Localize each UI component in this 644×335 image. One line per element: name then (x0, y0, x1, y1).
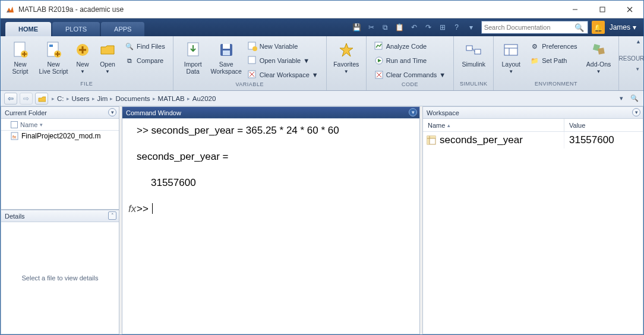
svg-rect-45 (427, 136, 430, 144)
ribbon-group-favorites: Favorites ▼ (327, 36, 367, 90)
fx-icon[interactable]: fx (128, 203, 136, 215)
svg-rect-19 (223, 50, 230, 55)
workspace-col-value[interactable]: Value (564, 119, 643, 131)
close-button[interactable] (616, 1, 643, 18)
chevron-down-icon[interactable]: ▼ (635, 67, 640, 72)
window-title: MATLAB R2019a - academic use (18, 5, 561, 14)
folder-column-header[interactable]: Name ▾ (1, 119, 119, 131)
new-variable-button[interactable]: New Variable (244, 40, 323, 53)
group-label-environment: ENVIRONMENT (494, 81, 618, 90)
command-window-panel: Command Window ▾ >> seconds_per_year = 3… (122, 106, 420, 334)
maximize-button[interactable] (589, 1, 616, 18)
addons-button[interactable]: Add-Ons ▼ (583, 39, 615, 75)
minimize-button[interactable] (561, 1, 589, 18)
group-label-variable: VARIABLE (173, 81, 326, 90)
path-bar: ⇦ ⇨ ▸ C:▸ Users▸ Jim▸ Documents▸ MATLAB▸… (1, 91, 643, 106)
panel-menu-icon[interactable]: ▾ (632, 108, 640, 116)
run-time-icon (374, 56, 384, 65)
qa-redo-icon[interactable]: ↷ (422, 21, 435, 34)
qa-switch-icon[interactable]: ⊞ (436, 21, 449, 34)
qa-save-icon[interactable]: 💾 (351, 21, 364, 34)
workspace-col-name[interactable]: Name▴ (423, 119, 564, 131)
find-files-button[interactable]: 🔍Find Files (121, 40, 169, 53)
new-script-button[interactable]: New Script (4, 39, 36, 77)
workspace-header[interactable]: Workspace ▾ (423, 107, 643, 119)
cmd-input-line: >> seconds_per_year = 365.25 * 24 * 60 *… (137, 125, 339, 137)
cmd-prompt: >> (137, 203, 149, 215)
command-window-header[interactable]: Command Window ▾ (122, 107, 419, 119)
qa-paste-icon[interactable]: 📋 (393, 21, 406, 34)
ribbon-group-environment: Layout ▼ ⚙Preferences 📁Set Path Add-Ons … (494, 36, 618, 90)
file-row[interactable]: fx FinalProject2020_mod.m (1, 131, 119, 141)
current-folder-header[interactable]: Current Folder ▾ (1, 107, 119, 119)
nav-back-button[interactable]: ⇦ (4, 93, 17, 105)
panel-collapse-icon[interactable]: ˄ (108, 211, 116, 220)
new-live-script-button[interactable]: New Live Script (37, 39, 70, 77)
set-path-icon: 📁 (530, 56, 539, 65)
search-input[interactable] (484, 24, 573, 31)
tab-apps[interactable]: APPS (101, 22, 144, 36)
qa-help-icon[interactable]: ? (450, 21, 463, 34)
svg-point-21 (252, 46, 257, 51)
tab-home[interactable]: HOME (5, 22, 51, 36)
mfile-icon: fx (11, 132, 19, 140)
clear-workspace-icon (248, 70, 257, 80)
ribbon: ▲ New Script New Live Script New ▼ Open … (1, 36, 643, 91)
run-and-time-button[interactable]: Run and Time (370, 54, 450, 67)
command-window-body[interactable]: >> seconds_per_year = 365.25 * 24 * 60 *… (122, 119, 419, 334)
svg-rect-33 (466, 46, 472, 50)
clear-workspace-button[interactable]: Clear Workspace ▼ (244, 68, 323, 81)
save-workspace-button[interactable]: Save Workspace (210, 39, 242, 77)
qa-cut-icon[interactable]: ✂ (365, 21, 378, 34)
chevron-down-icon: ▼ (509, 69, 513, 74)
open-variable-icon (248, 56, 257, 65)
path-breadcrumb[interactable]: ▸ C:▸ Users▸ Jim▸ Documents▸ MATLAB▸ Au2… (50, 95, 216, 102)
ribbon-minimize-icon[interactable]: ▲ (636, 39, 641, 45)
tab-plots[interactable]: PLOTS (52, 22, 100, 36)
chevron-down-icon: ▼ (303, 57, 310, 64)
panel-menu-icon[interactable]: ▾ (409, 108, 417, 116)
workspace-row[interactable]: seconds_per_year 31557600 (423, 132, 643, 148)
details-header[interactable]: Details ˄ (1, 210, 119, 222)
user-menu[interactable]: James▾ (606, 21, 640, 34)
file-list: fx FinalProject2020_mod.m (1, 131, 119, 209)
chevron-down-icon: ▼ (439, 71, 446, 78)
import-data-button[interactable]: Import Data (177, 39, 209, 77)
clear-commands-button[interactable]: Clear Commands ▼ (370, 68, 450, 81)
preferences-button[interactable]: ⚙Preferences (526, 40, 581, 53)
title-bar: MATLAB R2019a - academic use (1, 1, 643, 18)
search-documentation[interactable]: 🔍 (481, 21, 588, 34)
qa-more-icon[interactable]: ▾ (465, 21, 478, 34)
open-variable-button[interactable]: Open Variable ▼ (244, 54, 323, 67)
notification-bell-icon[interactable]: 🔔 (592, 21, 605, 34)
nav-up-button[interactable] (35, 93, 48, 105)
chevron-down-icon: ▼ (312, 71, 318, 78)
qa-copy-icon[interactable]: ⧉ (379, 21, 392, 34)
svg-text:fx: fx (12, 134, 16, 140)
open-button[interactable]: Open ▼ (96, 39, 119, 75)
simulink-button[interactable]: Simulink (457, 39, 490, 69)
analyze-icon (374, 42, 384, 51)
search-icon[interactable]: 🔍 (573, 23, 585, 32)
sort-icon[interactable]: ▾ (40, 122, 43, 128)
group-label-code: CODE (367, 81, 453, 90)
analyze-code-button[interactable]: Analyze Code (370, 40, 450, 53)
new-button[interactable]: New ▼ (71, 39, 94, 75)
compare-icon: ⧉ (125, 56, 134, 65)
favorites-button[interactable]: Favorites ▼ (330, 39, 362, 75)
path-search-icon[interactable]: 🔍 (629, 93, 640, 104)
ribbon-group-simulink: Simulink SIMULINK (454, 36, 494, 90)
qa-undo-icon[interactable]: ↶ (408, 21, 421, 34)
panel-menu-icon[interactable]: ▾ (108, 108, 116, 116)
set-path-button[interactable]: 📁Set Path (526, 54, 581, 67)
layout-button[interactable]: Layout ▼ (497, 39, 525, 75)
path-dropdown-button[interactable]: ▾ (616, 93, 627, 104)
select-all-checkbox[interactable] (11, 121, 18, 128)
compare-button[interactable]: ⧉Compare (121, 54, 169, 67)
chevron-down-icon: ▾ (633, 23, 636, 31)
toolstrip-tabs: HOME PLOTS APPS 💾 ✂ ⧉ 📋 ↶ ↷ ⊞ ? ▾ 🔍 🔔 Ja… (1, 18, 643, 36)
chevron-down-icon: ▼ (596, 69, 601, 74)
group-label-file: FILE (1, 81, 173, 90)
matlab-icon (5, 5, 15, 14)
nav-forward-button[interactable]: ⇨ (20, 93, 33, 105)
